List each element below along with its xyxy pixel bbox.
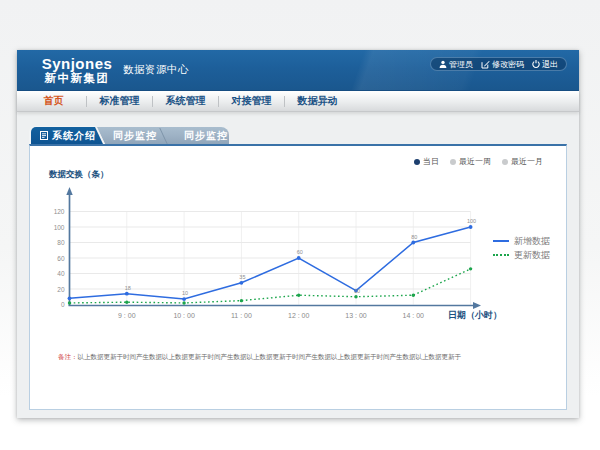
data-point — [412, 294, 415, 297]
y-tick-label: 80 — [57, 239, 65, 246]
nav-item-3[interactable]: 对接管理 — [219, 94, 284, 108]
y-tick-label: 0 — [61, 301, 65, 308]
line-chart: 0204060801001209 : 0010 : 0011 : 0012 : … — [30, 146, 566, 410]
logout-label: 退出 — [542, 59, 558, 70]
main-nav: 首页标准管理系统管理对接管理数据异动 — [17, 91, 579, 112]
chart-legend: 新增数据更新数据 — [493, 234, 550, 262]
data-point — [182, 297, 186, 301]
point-label: 100 — [467, 218, 476, 224]
page-title: 数据资源中心 — [123, 63, 189, 77]
current-user[interactable]: 管理员 — [439, 59, 473, 70]
legend-item-1: 更新数据 — [493, 248, 550, 262]
tab-system-intro-label: 系统介绍 — [52, 129, 96, 143]
document-icon — [40, 131, 48, 140]
data-point — [68, 296, 72, 300]
data-point — [68, 301, 71, 304]
user-icon — [439, 60, 447, 68]
tab-bar: 同步监控 同步监控 系统介绍 — [17, 127, 579, 144]
point-label: 10 — [182, 290, 188, 296]
footnote-text: 以上数据更新于时间产生数据以上数据更新于时间产生数据以上数据更新于时间产生数据以… — [78, 353, 462, 360]
y-tick-label: 40 — [57, 270, 65, 277]
legend-label: 新增数据 — [514, 235, 550, 248]
data-point — [125, 292, 129, 296]
point-label: 80 — [411, 234, 417, 240]
tab-sync-monitor-1[interactable]: 同步监控 — [113, 127, 157, 144]
edit-icon — [481, 60, 490, 69]
y-axis-arrow — [66, 187, 72, 195]
x-tick-label: 12 : 00 — [288, 312, 310, 319]
point-label: 60 — [297, 249, 303, 255]
legend-label: 更新数据 — [514, 249, 550, 262]
nav-item-1[interactable]: 标准管理 — [87, 94, 152, 108]
y-axis-title: 数据交换（条） — [48, 169, 109, 179]
change-password-label: 修改密码 — [492, 59, 524, 70]
legend-swatch-dotted-line — [493, 254, 509, 256]
current-user-label: 管理员 — [449, 59, 473, 70]
change-password-button[interactable]: 修改密码 — [481, 59, 524, 70]
nav-item-2[interactable]: 系统管理 — [153, 94, 218, 108]
data-point — [297, 256, 301, 260]
data-point — [297, 294, 300, 297]
x-tick-label: 14 : 00 — [403, 312, 425, 319]
footnote: 备注：以上数据更新于时间产生数据以上数据更新于时间产生数据以上数据更新于时间产生… — [58, 353, 563, 362]
point-label: 35 — [239, 274, 245, 280]
data-point — [411, 241, 415, 245]
data-point — [354, 295, 357, 298]
point-label: 18 — [125, 285, 131, 291]
brand-logo[interactable]: Synjones 新中新集团 — [39, 56, 115, 84]
data-point — [240, 281, 244, 285]
legend-item-0: 新增数据 — [493, 234, 550, 248]
nav-item-0[interactable]: 首页 — [21, 94, 86, 108]
y-tick-label: 120 — [54, 208, 65, 215]
app-header: Synjones 新中新集团 数据资源中心 管理员 修改密码 退出 — [17, 50, 579, 91]
x-tick-label: 11 : 00 — [231, 312, 252, 319]
content-panel: 当日最近一周最近一月 0204060801001209 : 0010 : 001… — [29, 144, 567, 410]
y-tick-label: 60 — [57, 255, 65, 262]
data-point — [125, 300, 128, 303]
x-tick-label: 9 : 00 — [118, 312, 136, 319]
tab-system-intro[interactable]: 系统介绍 — [31, 127, 103, 144]
logout-button[interactable]: 退出 — [532, 59, 558, 70]
x-tick-label: 10 : 00 — [173, 312, 195, 319]
x-tick-label: 13 : 00 — [345, 312, 367, 319]
data-point — [469, 267, 472, 270]
point-label: 10 — [354, 288, 360, 294]
brand-logo-cn: 新中新集团 — [39, 72, 115, 84]
app-window: Synjones 新中新集团 数据资源中心 管理员 修改密码 退出 首页标准管理… — [17, 50, 579, 418]
footnote-prefix: 备注： — [58, 353, 78, 360]
legend-swatch-solid-line — [493, 240, 509, 242]
data-point — [182, 301, 185, 304]
x-axis-arrow — [473, 302, 481, 309]
tab-sync-monitor-2[interactable]: 同步监控 — [184, 127, 228, 144]
user-toolbar: 管理员 修改密码 退出 — [430, 57, 567, 71]
brand-logo-en: Synjones — [39, 56, 115, 71]
power-icon — [532, 60, 540, 68]
nav-item-4[interactable]: 数据异动 — [285, 94, 350, 108]
data-point — [469, 225, 473, 229]
data-point — [240, 299, 243, 302]
x-axis-title: 日期（小时） — [448, 310, 502, 320]
y-tick-label: 20 — [57, 286, 65, 293]
y-tick-label: 100 — [54, 224, 65, 231]
